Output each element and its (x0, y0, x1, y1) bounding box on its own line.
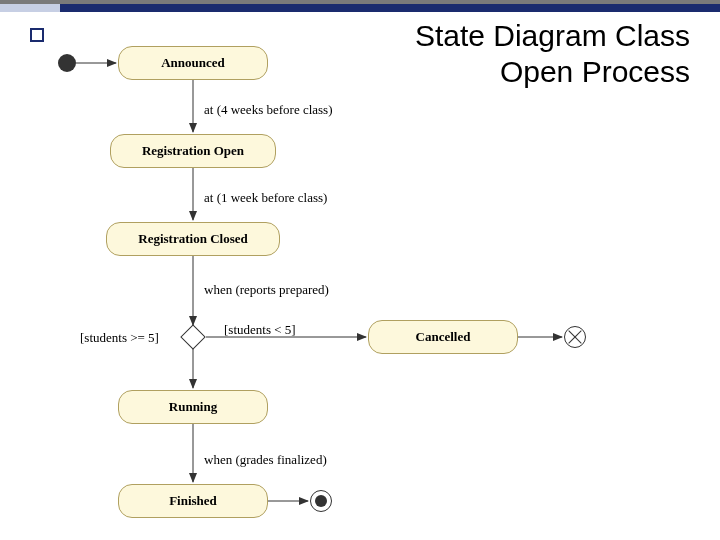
transition-label: when (grades finalized) (204, 452, 327, 468)
state-label: Finished (169, 493, 217, 509)
state-registration-closed: Registration Closed (106, 222, 280, 256)
state-running: Running (118, 390, 268, 424)
diagram-canvas: Announced Registration Open Registration… (0, 14, 720, 540)
state-label: Registration Closed (138, 231, 247, 247)
state-label: Announced (161, 55, 225, 71)
transition-label: when (reports prepared) (204, 282, 329, 298)
decision-node-icon (180, 324, 205, 349)
guard-label-ge5: [students >= 5] (80, 330, 159, 346)
guard-label-lt5: [students < 5] (224, 322, 296, 338)
state-label: Registration Open (142, 143, 244, 159)
state-label: Cancelled (416, 329, 471, 345)
final-state-icon (310, 490, 332, 512)
state-announced: Announced (118, 46, 268, 80)
state-label: Running (169, 399, 217, 415)
initial-state-icon (58, 54, 76, 72)
transition-label: at (4 weeks before class) (204, 102, 333, 118)
state-registration-open: Registration Open (110, 134, 276, 168)
slide-header-bar (0, 0, 720, 12)
transition-label: at (1 week before class) (204, 190, 327, 206)
state-finished: Finished (118, 484, 268, 518)
terminate-state-icon (564, 326, 586, 348)
arrows-layer (0, 14, 720, 540)
state-cancelled: Cancelled (368, 320, 518, 354)
